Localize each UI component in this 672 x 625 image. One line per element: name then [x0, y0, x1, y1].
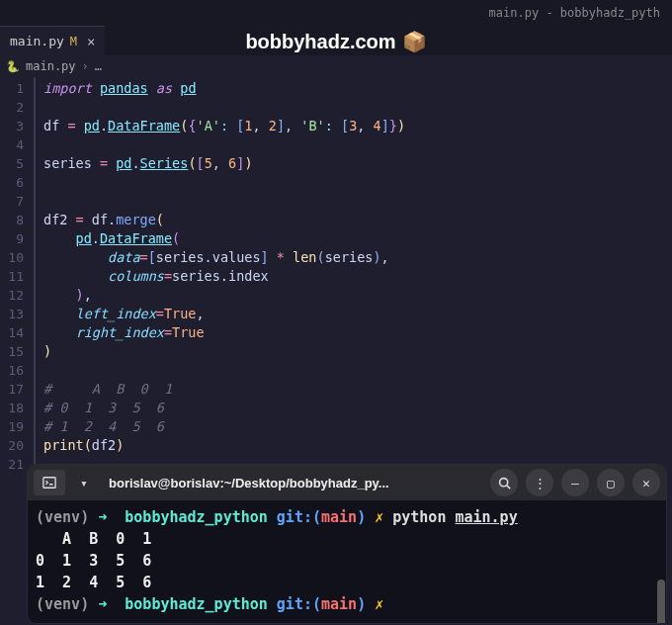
search-button[interactable] [490, 469, 518, 496]
code-line: right_index=True [43, 323, 405, 342]
close-button[interactable]: ✕ [632, 469, 660, 496]
code-line [43, 135, 405, 154]
code-line: import pandas as pd [43, 79, 405, 98]
dropdown-button[interactable]: ▾ [71, 476, 97, 491]
breadcrumb-more: … [95, 59, 102, 73]
terminal-title: borislav@borislav:~/Desktop/bobbyhadz_py… [103, 476, 482, 491]
tab-main-py[interactable]: main.py M × [0, 26, 105, 55]
breadcrumb-file: main.py [26, 59, 76, 73]
close-icon: ✕ [642, 476, 650, 491]
maximize-icon: ▢ [607, 476, 615, 491]
chevron-down-icon: ▾ [80, 476, 88, 491]
code-line [43, 173, 405, 192]
terminal-icon [42, 476, 56, 490]
terminal-scrollbar[interactable] [656, 540, 666, 619]
code-line: columns=series.index [43, 267, 405, 286]
python-file-icon: 🐍 [6, 60, 20, 73]
scrollbar-thumb[interactable] [657, 580, 665, 623]
code-line: data=[series.values] * len(series), [43, 248, 405, 267]
new-tab-button[interactable] [34, 470, 65, 495]
chevron-right-icon: › [82, 59, 89, 73]
svg-rect-0 [43, 478, 55, 489]
terminal-panel: ▾ borislav@borislav:~/Desktop/bobbyhadz_… [28, 465, 666, 623]
code-line: df2 = df.merge( [43, 211, 405, 229]
code-line [43, 361, 405, 380]
terminal-line: 0 1 3 5 6 [36, 550, 658, 572]
kebab-menu-icon: ⋮ [534, 476, 546, 491]
code-line: # A B 0 1 [43, 380, 405, 399]
line-number-gutter: 123 456 789 101112 131415 161718 192021 [0, 77, 32, 474]
code-line: ) [43, 342, 405, 361]
code-line: print(df2) [43, 436, 405, 455]
code-line: df = pd.DataFrame({'A': [1, 2], 'B': [3,… [43, 117, 405, 135]
close-icon[interactable]: × [87, 34, 95, 49]
minimize-button[interactable]: — [561, 469, 589, 496]
window-titlebar: main.py - bobbyhadz_pyth [0, 0, 672, 26]
code-line: pd.DataFrame( [43, 229, 405, 248]
code-line: ), [43, 286, 405, 305]
tab-filename: main.py [10, 34, 64, 48]
code-line: series = pd.Series([5, 6]) [43, 154, 405, 173]
code-line [43, 192, 405, 211]
code-editor[interactable]: 123 456 789 101112 131415 161718 192021 … [0, 77, 672, 474]
terminal-body[interactable]: (venv) ➜ bobbyhadz_python git:(main) ✗ p… [28, 500, 666, 623]
search-icon [498, 477, 511, 490]
menu-button[interactable]: ⋮ [526, 469, 553, 496]
editor-tab-bar: main.py M × [0, 26, 672, 55]
svg-point-1 [499, 478, 507, 486]
code-line: left_index=True, [43, 305, 405, 323]
code-line [43, 98, 405, 117]
code-line: # 1 2 4 5 6 [43, 417, 405, 436]
minimize-icon: — [571, 476, 579, 491]
maximize-button[interactable]: ▢ [597, 469, 625, 496]
tab-modified-indicator: M [70, 35, 77, 48]
terminal-line: 1 2 4 5 6 [36, 572, 658, 593]
terminal-line: (venv) ➜ bobbyhadz_python git:(main) ✗ p… [36, 506, 658, 528]
terminal-line: A B 0 1 [36, 528, 658, 550]
code-content[interactable]: import pandas as pd df = pd.DataFrame({'… [34, 77, 405, 474]
breadcrumb[interactable]: 🐍 main.py › … [0, 55, 672, 77]
code-line: # 0 1 3 5 6 [43, 399, 405, 417]
window-title: main.py - bobbyhadz_pyth [489, 6, 660, 20]
terminal-line: (venv) ➜ bobbyhadz_python git:(main) ✗ [36, 593, 658, 615]
terminal-header: ▾ borislav@borislav:~/Desktop/bobbyhadz_… [28, 465, 666, 500]
